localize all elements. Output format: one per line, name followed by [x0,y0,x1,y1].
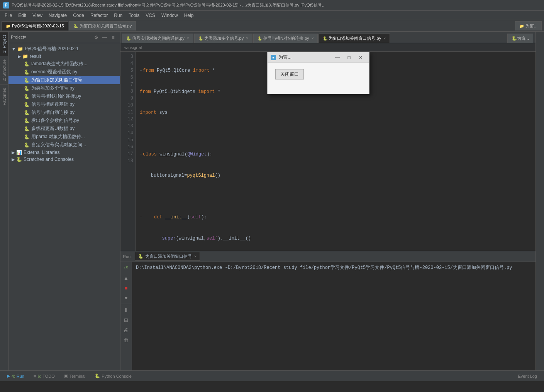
vertical-tab-structure[interactable]: 2: Structure [0,56,8,84]
dialog-minimize-btn[interactable]: — [332,53,343,62]
editor-tab-label-0: 信号实现对象之间的通信.py [132,35,185,41]
menu-vcs[interactable]: VCS [142,12,158,19]
dialog-titlebar[interactable]: ■ 为窗... — □ ✕ [268,52,369,63]
tree-python-icon: 🐍 [24,61,30,67]
sidebar-gear2-btn[interactable]: ≡ [109,34,117,41]
code-line-9 [140,193,532,200]
editor-tab-close-0[interactable]: × [187,36,189,41]
tree-item-label: PyQt5信号与槽-2020-02-1 [25,46,79,52]
run-layout-btn[interactable]: ⊞ [122,316,130,324]
run-clear-btn[interactable]: 🗑 [122,336,130,344]
tree-custom-label: 自定义信号实现对象之间... [31,142,86,148]
menu-run[interactable]: Run [111,12,125,19]
todo-tab-text: TODO [42,374,55,378]
tree-item-lambda[interactable]: 🐍 lambda表达式为槽函数传... [8,60,120,68]
code-line-6 [140,130,532,137]
tree-basic-icon: 🐍 [24,102,30,107]
menu-window[interactable]: Window [158,12,181,19]
run-tab-num: 4: [12,374,15,378]
tree-item-nn[interactable]: 🐍 信号与槽N对N的连接.py [8,92,120,100]
run-print-btn[interactable]: 🖨 [122,326,130,334]
dialog-close-btn[interactable]: ✕ [355,53,366,62]
menu-code[interactable]: Code [70,12,87,19]
project-right-icon: 📁 [519,24,524,28]
menu-refactor[interactable]: Refactor [87,12,111,19]
bottom-tab-terminal[interactable]: ▣ Terminal [60,372,90,380]
menu-edit[interactable]: Edit [15,12,29,19]
line-num-18: 18 [123,157,133,164]
tree-item-partial[interactable]: 🐍 用partial对象为槽函数传... [8,133,120,141]
run-icon: ▶ [7,373,10,378]
sidebar-minus-btn[interactable]: — [101,34,108,41]
project-main-tab[interactable]: 📁 PyQt5信号与槽-2020-02-15 [2,21,68,30]
editor-tab-extra-icon: 🐍 [512,36,517,41]
menu-tools[interactable]: Tools [125,12,142,19]
line-num-17: 17 [123,150,133,157]
menu-help[interactable]: Help [181,12,197,19]
tree-item-multiclass[interactable]: 🐍 为类添加多个信号.py [8,84,120,92]
editor-tab-close-2[interactable]: × [312,36,314,41]
tree-item-basic[interactable]: 🐍 信号与槽函数基础.py [8,100,120,108]
project-file-tab-label: 为窗口添加关闭窗口信号.py [80,23,132,29]
menu-file[interactable]: File [2,12,15,19]
right-vertical-tabs [536,32,544,370]
run-divider [121,304,131,304]
bottom-tab-run[interactable]: ▶ 4: Run [3,372,28,380]
tree-item-multithread[interactable]: 🐍 多线程更新UI数据.py [8,125,120,133]
line-num-12: 12 [123,116,133,123]
run-stop-btn[interactable]: ■ [122,284,130,292]
vertical-tab-project[interactable]: 1: Project [0,32,8,56]
run-scroll-down-btn[interactable]: ▼ [122,294,130,302]
tree-item-auto[interactable]: 🐍 信号与槽自动连接.py [8,108,120,117]
tree-multithread-icon: 🐍 [24,126,30,132]
tree-item-closewin[interactable]: 🐍 为窗口添加关闭窗口信号. [8,76,120,84]
line-num-3: 3 [123,53,133,60]
dialog-content: 关闭窗口 [268,63,369,94]
run-pause-btn[interactable]: ⏸ [122,306,130,314]
close-window-button[interactable]: 关闭窗口 [275,69,304,79]
editor-tab-close-1[interactable]: × [246,36,248,41]
menu-navigate[interactable]: Navigate [46,12,70,19]
tree-item-override[interactable]: 🐍 override覆盖槽函数.py [8,68,120,76]
tree-item-result[interactable]: ▶ 📁 result [8,53,120,60]
title-bar: P PyQt5信号与槽-2020-02-15 [D:\Byrbt2018\Rec… [0,0,544,11]
tree-item-multiparam[interactable]: 🐍 发出多个参数的信号.py [8,117,120,125]
todo-tab-num: 6: [37,374,41,378]
menu-view[interactable]: View [29,12,46,19]
editor-tab-0[interactable]: 🐍 信号实现对象之间的通信.py × [122,34,193,43]
editor-tab-icon-1: 🐍 [198,36,203,41]
run-active-tab[interactable]: 🐍 为窗口添加关闭窗口信号 × [135,252,200,261]
tree-item-custom[interactable]: 🐍 自定义信号实现对象之间... [8,141,120,149]
run-restart-btn[interactable]: ↺ [122,264,130,272]
tree-item-extlibs[interactable]: ▶ 📊 External Libraries [8,149,120,156]
editor-tab-3[interactable]: 🐍 为窗口添加关闭窗口信号.py × [319,34,390,43]
left-vertical-tabs: 1: Project 2: Structure Favorites [0,32,8,370]
tree-expand-icon: ▼ [12,47,16,51]
bottom-tab-todo[interactable]: ≡ 6: TODO [30,373,59,380]
editor-tab-close-3[interactable]: × [383,36,386,41]
tree-item-root[interactable]: ▼ 📁 PyQt5信号与槽-2020-02-1 [8,45,120,53]
editor-tab-2[interactable]: 🐍 信号与槽N对N的连接.py × [253,34,318,43]
project-file-tab[interactable]: 🐍 为窗口添加关闭窗口信号.py [69,21,136,30]
dialog-maximize-btn[interactable]: □ [344,53,354,62]
run-tab-close[interactable]: × [194,254,197,259]
vertical-tab-favorites[interactable]: Favorites [0,84,8,108]
app-icon: P [3,2,9,8]
tree-folder-icon: 📁 [17,46,23,52]
menu-bar: File Edit View Navigate Code Refactor Ru… [0,11,544,20]
project-right-tab[interactable]: 📁 为窗... [515,21,542,30]
dialog-title-text: 为窗... [278,54,331,61]
run-output-text: D:\Install\ANACONDA2\python.exe ~D:/Byrb… [136,265,512,270]
line-num-7: 7 [123,81,133,88]
tree-item-scratches[interactable]: ▶ 🐍 Scratches and Consoles [8,156,120,163]
editor-content[interactable]: 3 4 5 6 7 8 9 10 11 12 13 14 15 16 17 18 [120,52,536,251]
editor-tab-1[interactable]: 🐍 为类添加多个信号.py × [194,34,253,43]
sidebar-settings-btn[interactable]: ⚙ [92,34,100,41]
bottom-toolbar: ▶ 4: Run ≡ 6: TODO ▣ Terminal 🐍 Python C… [0,370,544,381]
editor-tab-extra[interactable]: 🐍 为窗... [507,34,533,43]
run-scroll-up-btn[interactable]: ▲ [122,274,130,282]
bottom-tab-python-console[interactable]: 🐍 Python Console [91,372,136,380]
bottom-tab-event-log[interactable]: Event Log [514,373,541,380]
run-output: D:\Install\ANACONDA2\python.exe ~D:/Byrb… [132,262,536,370]
run-tab-text: Run [17,374,24,378]
